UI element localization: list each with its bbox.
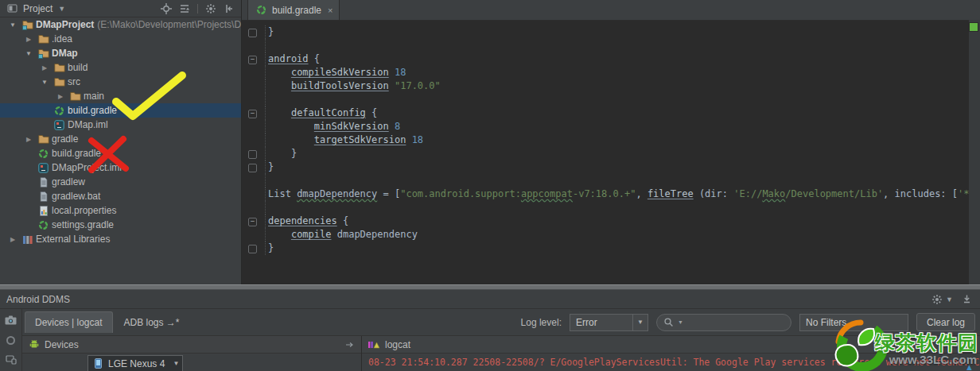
expand-closed-icon[interactable]: ▶ (5, 236, 21, 243)
code-text (266, 201, 268, 214)
fold-marker-icon[interactable]: − (242, 214, 266, 228)
code-line[interactable]: compile dmapDependency (242, 228, 980, 242)
gutter (242, 93, 266, 106)
code-line[interactable]: compileSdkVersion 18 (242, 66, 980, 79)
tree-item-label: DMapProject (36, 19, 94, 30)
tree-item-settings-gradle[interactable]: settings.gradle (0, 218, 241, 232)
code-line[interactable]: targetSdkVersion 18 (242, 133, 980, 147)
expand-closed-icon[interactable]: ▶ (52, 93, 68, 100)
divider (197, 4, 198, 14)
chevron-down-icon[interactable]: ▼ (678, 319, 683, 325)
code-text: android { (266, 52, 320, 66)
code-line[interactable]: } (242, 160, 980, 174)
folder-icon (52, 77, 66, 87)
device-select[interactable]: LGE Nexus 4 ▼ (88, 355, 183, 371)
gradle-icon (37, 149, 50, 159)
tree-item-build-gradle[interactable]: build.gradle (0, 103, 241, 118)
fold-marker-icon[interactable] (242, 147, 266, 160)
expand-closed-icon[interactable]: ▶ (21, 36, 37, 43)
tree-item-main[interactable]: ▶main (0, 89, 241, 103)
gradle-icon (255, 5, 268, 15)
code-line[interactable] (242, 93, 980, 106)
code-line[interactable]: −android { (242, 52, 980, 66)
tree-item-local-properties[interactable]: local.properties (0, 203, 241, 218)
code-text: targetSdkVersion 18 (266, 133, 423, 147)
code-line[interactable]: minSdkVersion 8 (242, 120, 980, 133)
code-text: } (266, 242, 274, 255)
chevron-down-icon[interactable]: ▼ (58, 5, 65, 13)
tree-item-label: External Libraries (36, 234, 110, 245)
code-line[interactable]: } (242, 242, 980, 255)
tab-devices-logcat[interactable]: Devices | logcat (25, 311, 113, 333)
properties-icon (37, 206, 50, 216)
tree-item-label: gradlew.bat (52, 191, 100, 202)
tab-adb-logs[interactable]: ADB logs →* (115, 312, 189, 333)
code-area[interactable]: }−android { compileSdkVersion 18 buildTo… (242, 21, 980, 284)
fold-marker-icon[interactable]: − (242, 106, 266, 120)
tree-item-dmapproject[interactable]: ▼DMapProject(E:\Mako\Development\Project… (0, 17, 241, 32)
code-line[interactable]: −dependencies { (242, 214, 980, 228)
project-folder-icon (21, 20, 34, 30)
gutter (242, 120, 266, 133)
device-view-icon[interactable] (4, 354, 18, 366)
fold-marker-icon[interactable] (242, 25, 266, 39)
tree-item-dmap-iml[interactable]: DMap.iml (0, 118, 241, 132)
fold-marker-icon[interactable] (242, 242, 266, 255)
folder-icon (52, 63, 66, 72)
tree-item-src[interactable]: ▼src (0, 75, 241, 89)
horizontal-splitter[interactable] (0, 284, 980, 290)
gutter (242, 228, 266, 242)
code-line[interactable]: } (242, 25, 980, 39)
tree-item-build[interactable]: ▶build (0, 60, 241, 75)
tree-item-dmapproject-iml[interactable]: DMapProject.iml (0, 160, 241, 175)
minimize-icon[interactable] (342, 338, 356, 351)
ddms-icon-strip (0, 309, 22, 371)
expand-closed-icon[interactable]: ▶ (21, 136, 37, 143)
tree-item-label: DMap (52, 48, 78, 59)
filters-select[interactable]: No Filters (799, 314, 908, 331)
tab-build-gradle[interactable]: build.gradle × (247, 0, 340, 20)
camera-icon[interactable] (4, 314, 18, 327)
minimize-panel-icon[interactable] (959, 293, 974, 306)
tree-item-gradlew[interactable]: gradlew (0, 175, 241, 189)
close-tab-icon[interactable]: × (328, 6, 332, 15)
tree-item-dmap[interactable]: ▼DMap (0, 46, 241, 60)
tree-item-label: DMapProject.iml (52, 162, 122, 173)
expand-open-icon[interactable]: ▼ (5, 21, 21, 29)
project-panel-title[interactable]: Project (23, 3, 52, 14)
clear-log-button[interactable]: Clear log (916, 313, 975, 331)
settings-gear-icon[interactable] (204, 2, 218, 15)
hide-panel-icon[interactable] (222, 2, 236, 15)
code-line[interactable]: − defaultConfig { (242, 106, 980, 120)
chevron-down-icon[interactable]: ▼ (946, 296, 953, 303)
collapse-all-icon[interactable] (177, 2, 192, 15)
tree-item-label: main (84, 91, 104, 102)
fold-marker-icon[interactable]: − (242, 52, 266, 66)
code-line[interactable] (242, 39, 980, 52)
tree-item-gradlew-bat[interactable]: gradlew.bat (0, 189, 241, 203)
tree-item-build-gradle[interactable]: build.gradle (0, 146, 241, 160)
tree-item-gradle[interactable]: ▶gradle (0, 132, 241, 146)
expand-open-icon[interactable]: ▼ (21, 50, 37, 57)
gutter (242, 66, 266, 79)
scroll-to-source-icon[interactable] (159, 2, 173, 15)
tree-item-idea[interactable]: ▶.idea (0, 32, 241, 46)
tree-item-label: gradlew (52, 176, 85, 187)
ddms-title: Android DDMS (6, 294, 70, 305)
code-line[interactable] (242, 174, 980, 187)
tree-item-external-libraries[interactable]: ▶External Libraries (0, 232, 241, 246)
code-line[interactable]: } (242, 147, 980, 160)
expand-closed-icon[interactable]: ▶ (37, 64, 52, 71)
code-line[interactable]: buildToolsVersion "17.0.0" (242, 79, 980, 93)
logcat-header-label: logcat (385, 339, 410, 350)
editor-scrollbar[interactable] (969, 20, 980, 284)
gear-icon[interactable] (930, 293, 944, 306)
expand-open-icon[interactable]: ▼ (37, 79, 52, 86)
code-line[interactable] (242, 201, 980, 214)
log-level-select[interactable]: Error ▼ (570, 314, 648, 331)
scroll-up-icon[interactable]: ▲ (965, 362, 974, 371)
record-icon[interactable] (4, 334, 18, 346)
code-line[interactable]: List dmapDependency = ["com.android.supp… (242, 187, 980, 201)
fold-marker-icon[interactable] (242, 160, 266, 174)
logcat-search-input[interactable] (685, 316, 776, 329)
